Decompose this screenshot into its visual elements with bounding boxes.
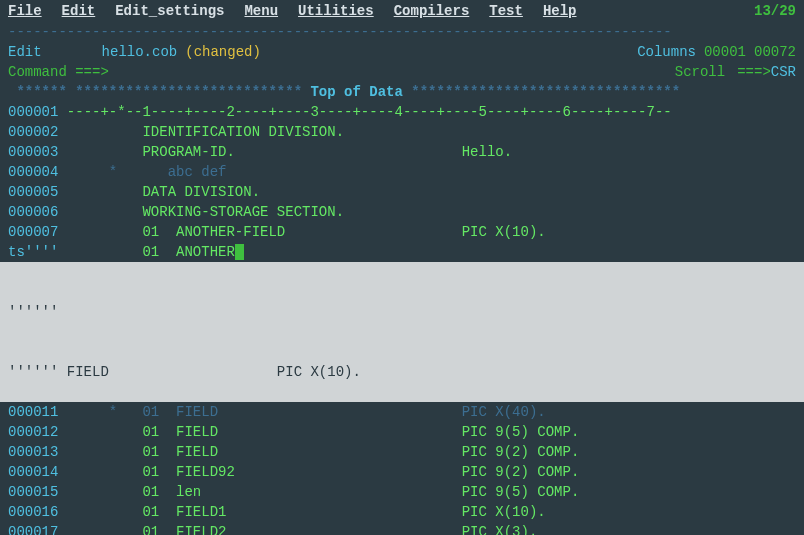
- line-text[interactable]: WORKING-STORAGE SECTION.: [58, 204, 344, 220]
- line-number[interactable]: 000012: [8, 424, 58, 440]
- col-to: 00072: [754, 42, 796, 62]
- line-text[interactable]: 01 FIELD PIC 9(5) COMP.: [58, 424, 579, 440]
- line-text[interactable]: 01 FIELD92 PIC 9(2) COMP.: [58, 464, 579, 480]
- command-label: Command ===>: [8, 62, 109, 82]
- line-number[interactable]: 000006: [8, 204, 58, 220]
- line-number[interactable]: 000017: [8, 524, 58, 535]
- selection-block[interactable]: '''''' '''''' FIELD PIC X(10).: [0, 262, 804, 402]
- source-line[interactable]: 000014 01 FIELD92 PIC 9(2) COMP.: [8, 462, 796, 482]
- line-number[interactable]: 000016: [8, 504, 58, 520]
- status-line: Edit hello.cob (changed) Columns 00001 0…: [0, 42, 804, 62]
- menu-test[interactable]: Test: [489, 1, 523, 21]
- line-number[interactable]: 000015: [8, 484, 58, 500]
- mode-label: Edit: [8, 42, 42, 62]
- selection-line[interactable]: '''''' FIELD PIC X(10).: [8, 362, 796, 382]
- ruler-line[interactable]: 000001 ----+-*--1----+----2----+----3---…: [8, 102, 796, 122]
- top-of-data: ****** *************************** Top o…: [8, 82, 796, 102]
- source-line[interactable]: 000005 DATA DIVISION.: [8, 182, 796, 202]
- source-line[interactable]: 000016 01 FIELD1 PIC X(10).: [8, 502, 796, 522]
- menu-edit-settings[interactable]: Edit_settings: [115, 1, 224, 21]
- line-text[interactable]: 01 FIELD PIC 9(2) COMP.: [58, 444, 579, 460]
- menu-help[interactable]: Help: [543, 1, 577, 21]
- active-line[interactable]: ts'''' 01 ANOTHER: [8, 242, 796, 262]
- line-number[interactable]: 000007: [8, 224, 58, 240]
- line-number[interactable]: 000014: [8, 464, 58, 480]
- menu-compilers[interactable]: Compilers: [394, 1, 470, 21]
- scroll-value[interactable]: CSR: [771, 62, 796, 82]
- scroll-arrow: ===>: [737, 62, 771, 82]
- line-number[interactable]: 000013: [8, 444, 58, 460]
- source-line[interactable]: 000002 IDENTIFICATION DIVISION.: [8, 122, 796, 142]
- command-input[interactable]: [115, 62, 669, 82]
- source-line[interactable]: 000012 01 FIELD PIC 9(5) COMP.: [8, 422, 796, 442]
- menu-file[interactable]: File: [8, 1, 42, 21]
- source-line[interactable]: 000017 01 FIELD2 PIC X(3).: [8, 522, 796, 535]
- menu-position: 13/29: [754, 1, 796, 21]
- source-line[interactable]: 000013 01 FIELD PIC 9(2) COMP.: [8, 442, 796, 462]
- separator-top: ----------------------------------------…: [0, 22, 804, 42]
- source-line[interactable]: 000003 PROGRAM-ID. Hello.: [8, 142, 796, 162]
- line-text[interactable]: 01 ANOTHER-FIELD PIC X(10).: [58, 224, 545, 240]
- columns-label: Columns: [637, 42, 696, 62]
- filename: hello.cob: [102, 42, 178, 62]
- line-number[interactable]: 000005: [8, 184, 58, 200]
- line-number[interactable]: 000003: [8, 144, 58, 160]
- source-line[interactable]: 000004 * abc def: [8, 162, 796, 182]
- line-text[interactable]: 01 len PIC 9(5) COMP.: [58, 484, 579, 500]
- menu-utilities[interactable]: Utilities: [298, 1, 374, 21]
- menu-bar: File Edit Edit_settings Menu Utilities C…: [0, 0, 804, 22]
- menu-menu[interactable]: Menu: [244, 1, 278, 21]
- changed-indicator: (changed): [185, 42, 261, 62]
- text-cursor: [235, 244, 244, 260]
- source-line[interactable]: 000011 * 01 FIELD PIC X(40).: [8, 402, 796, 422]
- line-number[interactable]: 000004: [8, 164, 58, 180]
- col-from: 00001: [704, 42, 746, 62]
- line-text[interactable]: IDENTIFICATION DIVISION.: [58, 124, 344, 140]
- source-line[interactable]: 000006 WORKING-STORAGE SECTION.: [8, 202, 796, 222]
- line-number[interactable]: 000002: [8, 124, 58, 140]
- scroll-label: Scroll: [675, 62, 725, 82]
- selection-line[interactable]: '''''': [8, 302, 796, 322]
- line-text[interactable]: PROGRAM-ID. Hello.: [58, 144, 512, 160]
- menu-edit[interactable]: Edit: [62, 1, 96, 21]
- line-text[interactable]: 01 FIELD2 PIC X(3).: [58, 524, 537, 535]
- source-line[interactable]: 000007 01 ANOTHER-FIELD PIC X(10).: [8, 222, 796, 242]
- line-number[interactable]: 000011: [8, 404, 58, 420]
- line-text[interactable]: DATA DIVISION.: [58, 184, 260, 200]
- line-text[interactable]: * 01 FIELD PIC X(40).: [58, 404, 545, 420]
- line-text[interactable]: 01 FIELD1 PIC X(10).: [58, 504, 545, 520]
- source-line[interactable]: 000015 01 len PIC 9(5) COMP.: [8, 482, 796, 502]
- line-text[interactable]: * abc def: [58, 164, 226, 180]
- command-line: Command ===> Scroll ===> CSR: [0, 62, 804, 82]
